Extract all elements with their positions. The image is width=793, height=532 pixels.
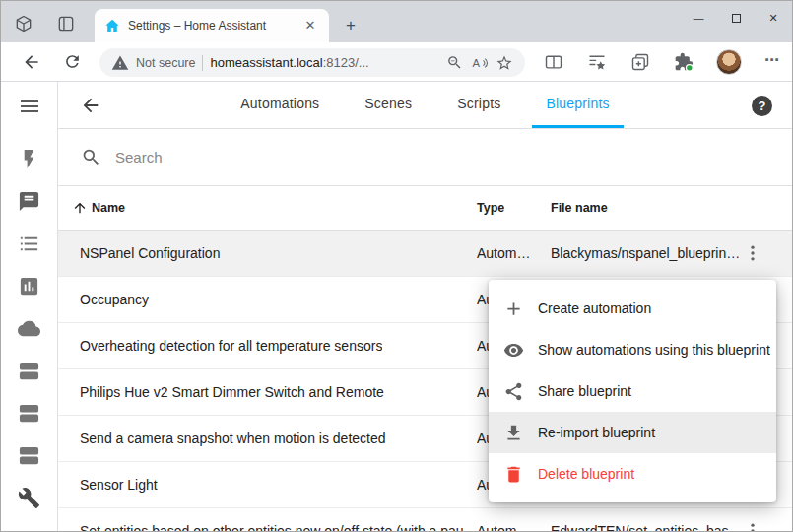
- browser-navbar: Not secure homeassistant.local:8123/... …: [1, 42, 792, 82]
- profile-avatar[interactable]: [716, 49, 742, 75]
- split-screen-icon[interactable]: [544, 52, 563, 72]
- blueprint-context-menu: Create automation Show automations using…: [489, 280, 776, 502]
- plus-icon: [503, 299, 524, 319]
- back-icon[interactable]: [22, 52, 41, 72]
- tab-scenes[interactable]: Scenes: [351, 82, 426, 128]
- minimize-icon[interactable]: —: [680, 1, 717, 34]
- menu-item-label: Delete blueprint: [538, 466, 634, 482]
- row-overflow-menu-icon[interactable]: [743, 521, 762, 531]
- eye-icon: [503, 340, 524, 361]
- tab-blueprints[interactable]: Blueprints: [532, 82, 623, 128]
- security-label: Not secure: [136, 56, 195, 70]
- hub-icon[interactable]: [18, 360, 41, 383]
- ha-tabs: Automations Scenes Scripts Blueprints: [227, 82, 623, 128]
- browser-titlebar: Settings – Home Assistant ✕ + — ✕: [1, 1, 792, 42]
- column-header-file[interactable]: File name: [551, 201, 608, 215]
- favorite-star-icon[interactable]: [496, 54, 513, 72]
- menu-item-delete-blueprint[interactable]: Delete blueprint: [489, 453, 776, 495]
- table-header: Name Type File name: [58, 186, 792, 231]
- energy-icon[interactable]: [18, 148, 41, 171]
- delete-icon: [503, 464, 524, 485]
- close-icon[interactable]: ✕: [755, 1, 792, 34]
- row-name: Occupancy: [80, 292, 149, 307]
- tab-title: Settings – Home Assistant: [128, 19, 294, 33]
- menu-item-reimport-blueprint[interactable]: Re-import blueprint: [489, 412, 776, 453]
- row-file: EdwardTEN/set_entities_bas…: [551, 523, 746, 531]
- address-bar[interactable]: Not secure homeassistant.local:8123/... …: [99, 48, 525, 77]
- menu-item-label: Create automation: [538, 300, 651, 316]
- row-name: Sensor Light: [80, 477, 158, 493]
- row-name: Set entities based on other entities new…: [80, 523, 464, 531]
- window-controls: — ✕: [680, 1, 792, 34]
- menu-item-create-automation[interactable]: Create automation: [489, 288, 776, 329]
- row-name: Send a camera snapshot when motion is de…: [80, 431, 386, 446]
- menu-item-show-automations[interactable]: Show automations using this blueprint: [489, 329, 776, 370]
- search-icon: [81, 147, 101, 167]
- hub-icon[interactable]: [18, 444, 41, 468]
- row-name: Philips Hue v2 Smart Dimmer Switch and R…: [80, 384, 384, 400]
- menu-item-label: Share blueprint: [538, 383, 631, 399]
- todo-list-icon[interactable]: [18, 233, 41, 256]
- row-type: Autom…: [477, 523, 544, 531]
- row-overflow-menu-icon[interactable]: [743, 243, 762, 263]
- row-name: Overheating detection for all temperatur…: [80, 338, 382, 354]
- row-file: Blackymas/nspanel_blueprin…: [551, 245, 746, 261]
- new-tab-icon[interactable]: +: [340, 15, 362, 36]
- tab-scripts[interactable]: Scripts: [443, 82, 514, 128]
- table-row[interactable]: Set entities based on other entities new…: [58, 508, 792, 531]
- zoom-out-icon[interactable]: [446, 54, 464, 72]
- download-icon: [503, 423, 524, 443]
- tab-automations[interactable]: Automations: [227, 82, 333, 128]
- browser-tab[interactable]: Settings – Home Assistant ✕: [95, 9, 329, 42]
- column-header-type[interactable]: Type: [477, 201, 504, 215]
- ha-header: Automations Scenes Scripts Blueprints ?: [58, 82, 792, 129]
- tab-close-icon[interactable]: ✕: [301, 17, 319, 34]
- browser-window: Settings – Home Assistant ✕ + — ✕ Not se…: [0, 0, 793, 532]
- cloud-icon[interactable]: [18, 317, 41, 341]
- browser-essentials-icon[interactable]: [674, 52, 694, 72]
- sort-ascending-icon[interactable]: [72, 200, 88, 216]
- menu-item-share-blueprint[interactable]: Share blueprint: [489, 370, 776, 412]
- tab-actions-icon[interactable]: [56, 14, 76, 33]
- workspaces-icon[interactable]: [14, 14, 33, 33]
- ha-sidebar: [1, 82, 58, 531]
- collections-icon[interactable]: [630, 52, 650, 72]
- favorites-hub-icon[interactable]: [587, 52, 607, 72]
- developer-tools-icon[interactable]: [18, 487, 41, 510]
- column-header-name[interactable]: Name: [92, 201, 125, 215]
- ha-back-icon[interactable]: [80, 95, 101, 116]
- menu-item-label: Show automations using this blueprint: [538, 342, 770, 358]
- warning-icon: [111, 54, 129, 72]
- share-icon: [503, 381, 524, 402]
- help-icon[interactable]: ?: [752, 96, 772, 116]
- search-input[interactable]: [115, 149, 430, 166]
- refresh-icon[interactable]: [63, 52, 83, 72]
- home-assistant-favicon: [104, 18, 120, 33]
- history-icon[interactable]: [18, 275, 41, 299]
- maximize-icon[interactable]: [717, 1, 755, 34]
- row-name: NSPanel Configuration: [80, 245, 220, 261]
- hub-icon[interactable]: [18, 402, 41, 426]
- menu-icon[interactable]: [18, 95, 41, 118]
- table-row[interactable]: NSPanel Configuration Autom… Blackymas/n…: [58, 231, 792, 277]
- menu-item-label: Re-import blueprint: [538, 425, 655, 440]
- row-type: Autom…: [477, 245, 544, 261]
- url-text: homeassistant.local:8123/...: [210, 55, 439, 70]
- assist-icon[interactable]: [18, 190, 41, 214]
- svg-text:A: A: [473, 56, 481, 68]
- settings-menu-icon[interactable]: ⋯: [761, 51, 783, 73]
- read-aloud-icon[interactable]: A: [471, 54, 489, 72]
- address-divider: [202, 55, 203, 71]
- search-bar: [58, 129, 792, 186]
